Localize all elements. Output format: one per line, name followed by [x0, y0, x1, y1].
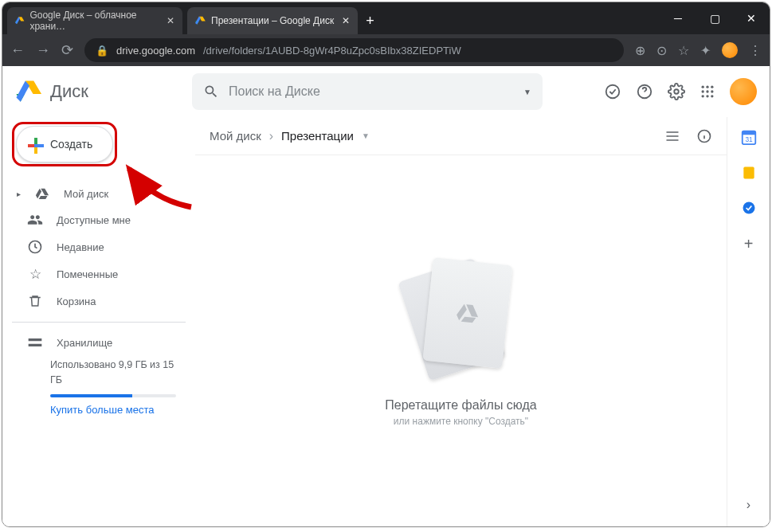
- new-tab-button[interactable]: +: [366, 13, 374, 29]
- storage-icon: [26, 334, 44, 350]
- create-button-label: Создать: [50, 138, 92, 151]
- sidebar-item-shared[interactable]: Доступные мне: [12, 206, 186, 233]
- empty-illustration: [390, 255, 533, 382]
- star-icon: ☆: [26, 266, 44, 283]
- chevron-right-icon: ›: [269, 129, 273, 143]
- tasks-icon[interactable]: [741, 200, 757, 216]
- drive-logo[interactable]: Диск: [15, 77, 182, 106]
- svg-point-5: [711, 86, 713, 88]
- breadcrumb: Мой диск › Презентации ▼: [195, 117, 727, 155]
- search-box[interactable]: ▼: [192, 73, 543, 110]
- nav-label: Помеченные: [57, 268, 118, 280]
- empty-title: Перетащите файлы сюда: [385, 398, 536, 413]
- chevron-right-icon: ▸: [17, 190, 21, 198]
- nav-label: Недавние: [57, 241, 104, 253]
- people-icon: [26, 212, 44, 228]
- lock-icon: 🔒: [96, 45, 108, 57]
- browser-titlebar: Google Диск – облачное храни… ✕ Презента…: [2, 2, 770, 34]
- buy-storage-link[interactable]: Купить больше места: [12, 404, 186, 416]
- sidebar: Создать ▸ Мой диск Доступные мне: [2, 117, 195, 526]
- plus-icon: [26, 136, 42, 152]
- browser-tab[interactable]: Презентации – Google Диск ✕: [187, 7, 358, 34]
- storage-progress: [50, 394, 176, 397]
- offline-icon[interactable]: [604, 83, 621, 100]
- create-button-highlight: Создать: [12, 122, 117, 166]
- svg-text:31: 31: [745, 136, 753, 143]
- empty-subtitle: или нажмите кнопку "Создать": [394, 416, 528, 427]
- zoom-icon[interactable]: ⊕: [635, 43, 645, 58]
- breadcrumb-root[interactable]: Мой диск: [210, 129, 261, 143]
- svg-point-9: [702, 95, 704, 97]
- drive-icon: [33, 186, 51, 201]
- url-host: drive.google.com: [116, 45, 195, 57]
- tab-title: Google Диск – облачное храни…: [29, 10, 159, 32]
- svg-point-3: [702, 86, 704, 88]
- gear-icon[interactable]: [668, 83, 685, 100]
- drive-logo-icon: [15, 77, 44, 106]
- app-title: Диск: [50, 81, 88, 102]
- svg-point-10: [706, 95, 708, 97]
- create-button[interactable]: Создать: [16, 126, 113, 162]
- omnibox[interactable]: 🔒 drive.google.com/drive/folders/1AUBD-8…: [84, 38, 624, 62]
- close-window-button[interactable]: ✕: [733, 2, 770, 34]
- minimize-button[interactable]: ─: [660, 2, 696, 34]
- nav-label: Доступные мне: [57, 214, 131, 226]
- breadcrumb-current[interactable]: Презентации: [281, 129, 354, 143]
- clock-icon: [26, 239, 44, 255]
- svg-rect-18: [743, 167, 754, 179]
- svg-point-6: [702, 90, 704, 92]
- sidebar-item-mydisk[interactable]: ▸ Мой диск: [12, 181, 186, 206]
- search-icon: [203, 84, 219, 100]
- reload-button[interactable]: ⟳: [61, 41, 73, 59]
- search-input[interactable]: [229, 84, 514, 99]
- collapse-panel-icon[interactable]: ›: [747, 498, 750, 512]
- drive-favicon-icon: [15, 15, 25, 26]
- sidebar-item-storage[interactable]: Хранилище: [12, 329, 186, 356]
- extensions-icon[interactable]: ✦: [700, 43, 711, 58]
- svg-rect-16: [742, 131, 755, 135]
- chevron-down-icon[interactable]: ▼: [362, 131, 370, 140]
- list-view-icon[interactable]: [664, 128, 680, 144]
- svg-point-8: [711, 90, 713, 92]
- browser-address-bar: ← → ⟳ 🔒 drive.google.com/drive/folders/1…: [2, 34, 770, 66]
- help-icon[interactable]: [636, 83, 653, 100]
- svg-point-19: [743, 202, 754, 214]
- drive-header: Диск ▼: [2, 66, 770, 117]
- maximize-button[interactable]: ▢: [696, 2, 733, 34]
- profile-extension-icon[interactable]: [722, 42, 738, 58]
- sidebar-item-trash[interactable]: Корзина: [12, 288, 186, 314]
- side-panel: 31 + ›: [727, 117, 770, 526]
- keep-icon[interactable]: [741, 165, 757, 181]
- tab-title: Презентации – Google Диск: [211, 15, 334, 26]
- close-icon[interactable]: ✕: [167, 15, 174, 26]
- close-icon[interactable]: ✕: [342, 15, 350, 26]
- back-button[interactable]: ←: [10, 42, 25, 59]
- avatar[interactable]: [730, 78, 757, 105]
- forward-button[interactable]: →: [36, 42, 50, 59]
- chevron-down-icon[interactable]: ▼: [523, 88, 531, 96]
- apps-grid-icon[interactable]: [700, 84, 715, 100]
- nav-label: Мой диск: [64, 188, 108, 200]
- search-icon[interactable]: ⊙: [656, 43, 667, 58]
- trash-icon: [26, 294, 44, 308]
- svg-point-7: [706, 90, 708, 92]
- drive-logo-icon: [454, 300, 480, 327]
- svg-point-4: [706, 86, 708, 88]
- menu-icon[interactable]: ⋮: [749, 43, 762, 58]
- main-content: Мой диск › Презентации ▼: [195, 117, 727, 526]
- add-panel-icon[interactable]: +: [744, 235, 754, 253]
- svg-point-0: [606, 85, 620, 99]
- calendar-icon[interactable]: 31: [740, 128, 758, 146]
- sidebar-item-starred[interactable]: ☆ Помеченные: [12, 260, 186, 288]
- info-icon[interactable]: [696, 128, 712, 144]
- svg-point-11: [711, 95, 713, 97]
- browser-tab[interactable]: Google Диск – облачное храни… ✕: [7, 7, 182, 34]
- sidebar-item-recent[interactable]: Недавние: [12, 233, 186, 260]
- svg-rect-12: [34, 144, 37, 147]
- empty-state: Перетащите файлы сюда или нажмите кнопку…: [195, 155, 727, 526]
- star-icon[interactable]: ☆: [678, 43, 689, 58]
- drive-favicon-icon: [195, 15, 206, 26]
- storage-usage-text: Использовано 9,9 ГБ из 15 ГБ: [12, 356, 186, 388]
- nav-label: Корзина: [57, 295, 96, 307]
- nav-label: Хранилище: [57, 337, 112, 349]
